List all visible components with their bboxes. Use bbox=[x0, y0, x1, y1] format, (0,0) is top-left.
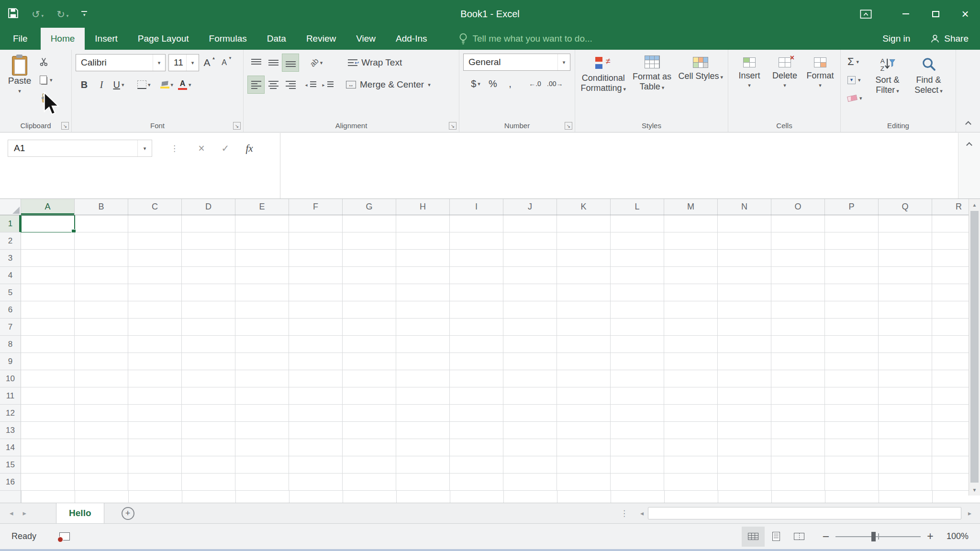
cell-A13[interactable] bbox=[21, 422, 75, 439]
cell-C3[interactable] bbox=[128, 250, 182, 267]
cell-N2[interactable] bbox=[718, 232, 771, 250]
cell-N14[interactable] bbox=[718, 439, 771, 456]
cell-G4[interactable] bbox=[343, 267, 396, 284]
cell-I2[interactable] bbox=[450, 232, 503, 250]
zoom-slider-thumb[interactable] bbox=[871, 532, 876, 541]
cell-G15[interactable] bbox=[343, 456, 396, 474]
cell-Q10[interactable] bbox=[879, 370, 932, 387]
cell-F3[interactable] bbox=[289, 250, 343, 267]
cell-F7[interactable] bbox=[289, 319, 343, 336]
increase-indent-button[interactable]: ▸ bbox=[319, 76, 336, 94]
cell-I9[interactable] bbox=[450, 353, 503, 370]
cell-A11[interactable] bbox=[21, 387, 75, 405]
tab-view[interactable]: View bbox=[346, 28, 386, 50]
cell-F8[interactable] bbox=[289, 336, 343, 353]
row-header-13[interactable]: 13 bbox=[0, 422, 21, 439]
cell-L15[interactable] bbox=[611, 456, 664, 474]
zoom-level[interactable]: 100% bbox=[939, 531, 970, 541]
italic-button[interactable]: I bbox=[93, 76, 110, 94]
cell-C4[interactable] bbox=[128, 267, 182, 284]
cell-M10[interactable] bbox=[664, 370, 718, 387]
cell-N6[interactable] bbox=[718, 301, 771, 319]
cell-L13[interactable] bbox=[611, 422, 664, 439]
cell-K14[interactable] bbox=[557, 439, 611, 456]
cell-N10[interactable] bbox=[718, 370, 771, 387]
cell-G9[interactable] bbox=[343, 353, 396, 370]
cell-B1[interactable] bbox=[75, 215, 128, 232]
cell-Q9[interactable] bbox=[879, 353, 932, 370]
cell-Q15[interactable] bbox=[879, 456, 932, 474]
save-button[interactable] bbox=[8, 8, 19, 21]
scroll-up-button[interactable]: ▲ bbox=[969, 199, 980, 210]
cell-H12[interactable] bbox=[396, 405, 450, 422]
clipboard-dialog-launcher[interactable]: ↘ bbox=[61, 122, 69, 130]
cell-C15[interactable] bbox=[128, 456, 182, 474]
cell-A1[interactable] bbox=[21, 215, 75, 232]
fill-button[interactable]: ▼▾ bbox=[845, 71, 865, 89]
cell-E3[interactable] bbox=[235, 250, 289, 267]
collapse-ribbon-button[interactable] bbox=[962, 118, 974, 128]
row-header-1[interactable]: 1 bbox=[0, 215, 21, 232]
tab-page-layout[interactable]: Page Layout bbox=[128, 28, 199, 50]
cell-M4[interactable] bbox=[664, 267, 718, 284]
cell-I3[interactable] bbox=[450, 250, 503, 267]
cell-A4[interactable] bbox=[21, 267, 75, 284]
tab-formulas[interactable]: Formulas bbox=[199, 28, 257, 50]
cell-L14[interactable] bbox=[611, 439, 664, 456]
tab-review[interactable]: Review bbox=[296, 28, 346, 50]
cell-J8[interactable] bbox=[503, 336, 557, 353]
cell-I10[interactable] bbox=[450, 370, 503, 387]
cell-H11[interactable] bbox=[396, 387, 450, 405]
comma-style-button[interactable]: , bbox=[501, 75, 519, 93]
cell-Q8[interactable] bbox=[879, 336, 932, 353]
row-header-16[interactable]: 16 bbox=[0, 474, 21, 491]
cell-K11[interactable] bbox=[557, 387, 611, 405]
new-sheet-button[interactable]: + bbox=[122, 507, 134, 520]
cell-H16[interactable] bbox=[396, 474, 450, 491]
cell-P8[interactable] bbox=[825, 336, 879, 353]
row-header-5[interactable]: 5 bbox=[0, 284, 21, 301]
maximize-button[interactable] bbox=[921, 0, 950, 28]
cell-H1[interactable] bbox=[396, 215, 450, 232]
cell-P16[interactable] bbox=[825, 474, 879, 491]
format-as-table-button[interactable]: Format as Table▾ bbox=[628, 52, 677, 119]
cell-M3[interactable] bbox=[664, 250, 718, 267]
cell-F4[interactable] bbox=[289, 267, 343, 284]
cell-G16[interactable] bbox=[343, 474, 396, 491]
cell-H9[interactable] bbox=[396, 353, 450, 370]
cell-K16[interactable] bbox=[557, 474, 611, 491]
cell-I7[interactable] bbox=[450, 319, 503, 336]
cell-P1[interactable] bbox=[825, 215, 879, 232]
cell-B2[interactable] bbox=[75, 232, 128, 250]
cell-O6[interactable] bbox=[771, 301, 825, 319]
sheet-tab-hello[interactable]: Hello bbox=[56, 503, 104, 523]
cell-M15[interactable] bbox=[664, 456, 718, 474]
cell-A12[interactable] bbox=[21, 405, 75, 422]
cell-B13[interactable] bbox=[75, 422, 128, 439]
cell-J14[interactable] bbox=[503, 439, 557, 456]
expand-formula-bar-button[interactable] bbox=[958, 133, 980, 198]
cell-I15[interactable] bbox=[450, 456, 503, 474]
cell-P5[interactable] bbox=[825, 284, 879, 301]
column-header-I[interactable]: I bbox=[450, 199, 503, 215]
cell-C1[interactable] bbox=[128, 215, 182, 232]
cell-J5[interactable] bbox=[503, 284, 557, 301]
previous-sheet-button[interactable]: ◂ bbox=[10, 509, 13, 518]
tab-add-ins[interactable]: Add-Ins bbox=[386, 28, 437, 50]
cell-M2[interactable] bbox=[664, 232, 718, 250]
vertical-scroll-thumb[interactable] bbox=[970, 211, 979, 483]
cell-E10[interactable] bbox=[235, 370, 289, 387]
ribbon-display-options-button[interactable] bbox=[851, 0, 880, 28]
column-header-O[interactable]: O bbox=[771, 199, 825, 215]
cell-G2[interactable] bbox=[343, 232, 396, 250]
tab-file[interactable]: File bbox=[0, 28, 41, 50]
cell-O15[interactable] bbox=[771, 456, 825, 474]
cell-Q12[interactable] bbox=[879, 405, 932, 422]
cell-A6[interactable] bbox=[21, 301, 75, 319]
cell-O1[interactable] bbox=[771, 215, 825, 232]
cell-M6[interactable] bbox=[664, 301, 718, 319]
cell-K1[interactable] bbox=[557, 215, 611, 232]
hscroll-left-button[interactable]: ◂ bbox=[640, 509, 644, 517]
row-header-8[interactable]: 8 bbox=[0, 336, 21, 353]
cell-G14[interactable] bbox=[343, 439, 396, 456]
